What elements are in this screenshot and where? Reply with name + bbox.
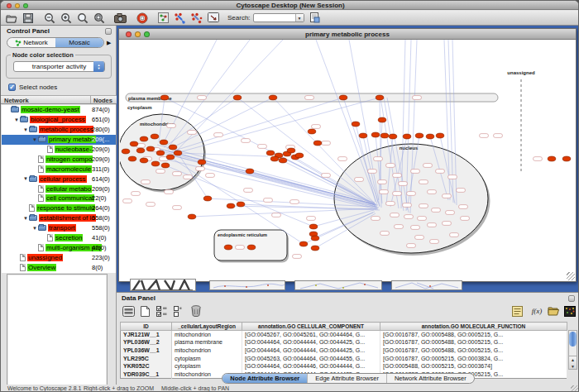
- disclosure-triangle-icon[interactable]: ▼: [31, 226, 38, 231]
- network-node[interactable]: [426, 134, 434, 139]
- node-label[interactable]: [404, 215, 414, 219]
- cell-value[interactable]: [GO:0044464, GO:0044444, GO:0044425, G..…: [242, 338, 380, 347]
- network-node[interactable]: [188, 214, 196, 219]
- network-node[interactable]: [161, 163, 170, 168]
- tree-item-multi-organism-pro[interactable]: multi-organism pro42(0): [2, 242, 116, 252]
- node-label[interactable]: [264, 198, 273, 203]
- search-input[interactable]: ▼: [253, 13, 304, 22]
- node-label[interactable]: [206, 174, 215, 178]
- node-label[interactable]: [450, 233, 459, 237]
- header-network[interactable]: Network: [4, 97, 29, 104]
- node-label[interactable]: [167, 124, 176, 128]
- node-label[interactable]: [132, 192, 141, 196]
- annotation-icon[interactable]: [207, 12, 219, 24]
- node-label[interactable]: [378, 180, 387, 184]
- disclosure-triangle-icon[interactable]: ▼: [31, 137, 38, 142]
- node-label[interactable]: [443, 222, 452, 226]
- cell-value[interactable]: mitochondrion: [172, 347, 242, 355]
- network-node[interactable]: [389, 134, 397, 139]
- network-node[interactable]: [403, 134, 411, 139]
- network-node[interactable]: [436, 133, 444, 138]
- tree-item-secretion[interactable]: secretion41(0): [2, 233, 116, 243]
- help-lifebuoy-icon[interactable]: [136, 12, 148, 24]
- table-scrollbar[interactable]: ▲▼: [568, 330, 577, 370]
- network-node[interactable]: [309, 224, 318, 229]
- network-window-titlebar[interactable]: primary metabolic process: [119, 29, 576, 40]
- tree-item-nucleobase-[interactable]: nucleobase-209(0): [2, 145, 116, 155]
- node-label[interactable]: [399, 182, 408, 186]
- node-label[interactable]: [386, 202, 395, 206]
- network-node[interactable]: [169, 145, 177, 150]
- tree-item-establishment-of-lo[interactable]: ▼establishment of lo558(0): [2, 213, 116, 223]
- network-node[interactable]: [279, 158, 287, 163]
- node-label[interactable]: [461, 217, 470, 221]
- network-node[interactable]: [299, 241, 308, 246]
- scrollbar-thumb[interactable]: [569, 332, 577, 347]
- network-canvas[interactable]: plasma membranecytoplasmmitochondrionnuc…: [120, 40, 576, 281]
- more-tabs-icon[interactable]: ▶: [107, 40, 111, 45]
- tab-network-attribute-browser[interactable]: Network Attribute Browser: [386, 374, 474, 383]
- node-label[interactable]: [368, 170, 377, 174]
- node-label[interactable]: [430, 240, 439, 244]
- network-node[interactable]: [359, 133, 367, 138]
- table-row[interactable]: YKR052Ccytoplasm[GO:0044464, GO:0044446,…: [121, 362, 567, 370]
- disclosure-triangle-icon[interactable]: ▼: [22, 216, 29, 221]
- cell-id[interactable]: YLR295C: [121, 354, 172, 362]
- network-node[interactable]: [308, 129, 316, 134]
- node-label[interactable]: [196, 167, 205, 171]
- node-label[interactable]: [393, 192, 402, 196]
- node-label[interactable]: [244, 189, 253, 193]
- cell-value[interactable]: cytoplasm: [172, 354, 242, 362]
- cell-id[interactable]: YKR052C: [121, 362, 172, 370]
- node-label[interactable]: [428, 223, 437, 227]
- node-label[interactable]: [436, 170, 445, 174]
- disclosure-triangle-icon[interactable]: ▼: [22, 127, 29, 132]
- network-node[interactable]: [136, 148, 145, 153]
- tab-network[interactable]: Network: [7, 38, 55, 47]
- node-label[interactable]: [407, 192, 416, 196]
- network-node[interactable]: [287, 148, 295, 153]
- tree-item-transport[interactable]: ▼transport558(0): [2, 223, 116, 233]
- node-label[interactable]: [380, 232, 390, 236]
- network-node[interactable]: [174, 151, 182, 155]
- node-label[interactable]: [188, 131, 197, 135]
- node-label[interactable]: [395, 225, 404, 229]
- attribute-matrix-icon[interactable]: [563, 304, 577, 318]
- table-row[interactable]: YPL036W__1mitochondrion[GO:0044464, GO:0…: [121, 347, 567, 355]
- tree-item-mosaic-demo-yeast[interactable]: mosaic-demo-yeast874(0): [2, 105, 116, 115]
- network-node[interactable]: [562, 156, 571, 161]
- select-nodes-checkbox[interactable]: ✓: [8, 84, 16, 91]
- window-resize-grip[interactable]: [567, 272, 575, 280]
- network-node[interactable]: [266, 151, 275, 155]
- network-node[interactable]: [311, 236, 319, 241]
- select-all-attributes-icon[interactable]: [155, 304, 168, 318]
- layout-network-blue-icon[interactable]: [174, 12, 186, 24]
- tree-item-metabolic-process[interactable]: ▼metabolic process280(0): [2, 125, 116, 135]
- node-label[interactable]: [407, 244, 416, 248]
- node-label[interactable]: [403, 203, 412, 208]
- save-session-icon[interactable]: [22, 12, 34, 24]
- network-node[interactable]: [415, 133, 423, 138]
- node-label[interactable]: [156, 170, 165, 174]
- tree-item-unassigned[interactable]: unassigned223(0): [2, 252, 116, 262]
- node-label[interactable]: [338, 157, 347, 161]
- node-label[interactable]: [419, 204, 428, 208]
- cell-id[interactable]: YPL036W__1: [121, 347, 172, 355]
- node-label[interactable]: [198, 96, 207, 100]
- network-node[interactable]: [380, 133, 389, 138]
- header-nodes[interactable]: Nodes: [93, 97, 112, 104]
- network-node[interactable]: [146, 146, 155, 151]
- node-label[interactable]: [390, 213, 400, 218]
- cell-value[interactable]: [GO:0005488, GO:0005215, GO:0003674]: [380, 362, 567, 370]
- cell-value[interactable]: [GO:0016787, GO:0005215, GO:0003824, G..…: [380, 354, 567, 362]
- import-table-icon[interactable]: [309, 12, 321, 24]
- cell-value[interactable]: [GO:0045263, GO:0044464, GO:0044455, G..…: [242, 354, 380, 362]
- table-row[interactable]: YJR121W__1mitochondrion[GO:0045267, GO:0…: [121, 331, 567, 339]
- network-node[interactable]: [227, 203, 235, 208]
- network-node[interactable]: [122, 149, 130, 154]
- network-node[interactable]: [339, 95, 347, 100]
- node-label[interactable]: [374, 157, 383, 161]
- node-label[interactable]: [293, 255, 302, 259]
- attribute-batch-editor-icon[interactable]: [510, 304, 524, 318]
- node-label[interactable]: [290, 200, 299, 204]
